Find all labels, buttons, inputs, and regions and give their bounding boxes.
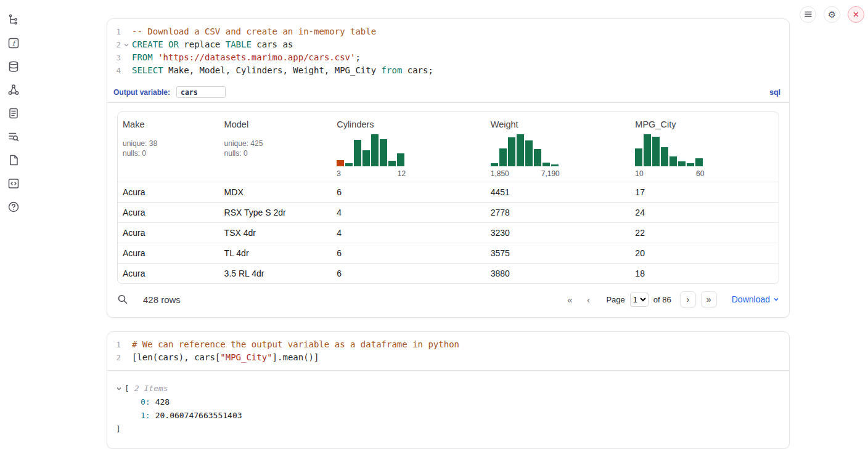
histogram-bar xyxy=(534,149,541,166)
settings-icon: ⚙ xyxy=(828,10,836,19)
sidebar: f xyxy=(0,0,27,449)
search-button[interactable] xyxy=(117,294,128,305)
column-histogram: 1,8507,190 xyxy=(491,134,560,178)
sidebar-button-function-square[interactable]: f xyxy=(7,37,20,51)
table-cell: Acura xyxy=(118,243,219,264)
table-cell: 4 xyxy=(332,203,486,223)
histogram-bar xyxy=(491,163,498,166)
histogram-bar xyxy=(362,150,370,166)
close-button[interactable]: × xyxy=(848,6,864,23)
table-cell: Acura xyxy=(118,203,219,223)
settings-button[interactable]: ⚙ xyxy=(824,6,840,23)
column-name: MPG_City xyxy=(635,119,774,129)
column-header-weight[interactable]: Weight1,8507,190 xyxy=(486,112,631,182)
column-name: Cylinders xyxy=(337,119,481,129)
code-line: [len(cars), cars["MPG_City"].mean()] xyxy=(132,351,319,364)
page-total: of 86 xyxy=(653,295,671,304)
histogram-bar xyxy=(508,137,515,166)
histogram-bar xyxy=(635,148,642,166)
table-row[interactable]: AcuraRSX Type S 2dr4277824 xyxy=(118,203,779,223)
histogram-bar xyxy=(517,134,524,166)
sidebar-button-database[interactable] xyxy=(7,60,20,74)
sidebar-button-notepad[interactable] xyxy=(7,107,20,121)
line-number: 2 xyxy=(111,38,121,51)
code-line: CREATE OR replace TABLE cars as xyxy=(132,38,293,51)
python-output-tree: [2 Items0:4281:20.060747663551403] xyxy=(107,370,789,448)
table-body: AcuraMDX6445117AcuraRSX Type S 2dr427782… xyxy=(118,182,779,284)
table-cell: 3230 xyxy=(486,223,631,243)
column-header-cylinders[interactable]: Cylinders312 xyxy=(332,112,486,182)
table-cell: Acura xyxy=(118,223,219,243)
histogram-min-label: 3 xyxy=(337,169,341,178)
table-row[interactable]: AcuraMDX6445117 xyxy=(118,182,779,203)
sidebar-button-list-search[interactable] xyxy=(7,131,20,144)
page-select[interactable]: 1 xyxy=(630,293,649,307)
table-cell: RSX Type S 2dr xyxy=(219,203,332,223)
help-circle-icon xyxy=(7,201,20,215)
menu-button[interactable] xyxy=(800,6,816,23)
python-code-editor[interactable]: 1# We can reference the output variable … xyxy=(107,332,789,370)
table-cell: TSX 4dr xyxy=(219,223,332,243)
next-page-button[interactable]: › xyxy=(680,291,696,307)
data-table: Makeunique: 38nulls: 0Modelunique: 425nu… xyxy=(118,112,779,283)
chevrons-right-icon: » xyxy=(706,294,711,304)
column-header-make[interactable]: Makeunique: 38nulls: 0 xyxy=(118,112,219,182)
code-line: -- Download a CSV and create an in-memor… xyxy=(132,25,376,38)
table-cell: 6 xyxy=(332,264,486,284)
table-cell: 20 xyxy=(630,243,779,264)
sidebar-button-document[interactable] xyxy=(7,154,20,168)
output-variable-input[interactable] xyxy=(176,86,226,98)
histogram-bar xyxy=(652,137,660,166)
histogram-max-label: 12 xyxy=(398,169,406,178)
histogram-bar xyxy=(644,134,651,166)
table-cell: 6 xyxy=(332,243,486,264)
download-button[interactable]: Download xyxy=(732,294,779,304)
line-number: 1 xyxy=(111,25,121,38)
table-cell: 22 xyxy=(630,223,779,243)
collapse-chevron-icon[interactable] xyxy=(116,384,125,393)
sidebar-button-code-box[interactable] xyxy=(7,177,20,191)
histogram-bar xyxy=(345,163,353,166)
histogram-min-label: 10 xyxy=(635,169,643,178)
code-line: FROM 'https://datasets.marimo.app/cars.c… xyxy=(132,51,361,64)
histogram-bar xyxy=(397,153,404,166)
sidebar-button-file-tree[interactable] xyxy=(7,14,20,27)
column-histogram: 312 xyxy=(337,134,406,178)
sql-code-editor[interactable]: 1-- Download a CSV and create an in-memo… xyxy=(107,19,789,83)
sidebar-button-help-circle[interactable] xyxy=(7,201,20,214)
table-row[interactable]: AcuraTSX 4dr4323022 xyxy=(118,223,779,243)
first-page-button[interactable]: « xyxy=(563,292,576,307)
fold-chevron-icon[interactable] xyxy=(121,38,132,51)
sql-cell: 1-- Download a CSV and create an in-memo… xyxy=(107,18,790,318)
last-page-button[interactable]: » xyxy=(701,291,717,307)
output-variable-label: Output variable: xyxy=(113,88,170,97)
table-row[interactable]: AcuraTL 4dr6357520 xyxy=(118,243,779,264)
tree-entry: 0:428 xyxy=(116,395,780,409)
page-label: Page xyxy=(606,295,624,304)
line-number: 4 xyxy=(111,64,121,77)
tree-entry-key: 1: xyxy=(141,409,150,423)
column-name: Weight xyxy=(491,119,626,129)
chevron-right-icon: › xyxy=(686,294,689,304)
column-stats: unique: 38nulls: 0 xyxy=(123,139,215,158)
histogram-bar xyxy=(380,139,387,166)
histogram-bar xyxy=(354,140,361,166)
sidebar-button-network[interactable] xyxy=(7,84,20,97)
menu-icon xyxy=(804,10,813,20)
table-row[interactable]: Acura3.5 RL 4dr6388018 xyxy=(118,264,779,284)
chevrons-left-icon: « xyxy=(567,294,572,305)
histogram-min-label: 1,850 xyxy=(491,169,509,178)
column-stats: unique: 425nulls: 0 xyxy=(224,139,327,158)
column-header-model[interactable]: Modelunique: 425nulls: 0 xyxy=(219,112,332,182)
row-count: 428 rows xyxy=(143,294,181,305)
column-histogram: 1060 xyxy=(635,134,704,178)
topbar-actions: ⚙× xyxy=(800,6,864,23)
database-icon xyxy=(7,60,20,75)
prev-page-button[interactable]: ‹ xyxy=(581,292,595,307)
python-cell: 1# We can reference the output variable … xyxy=(107,331,790,449)
line-number: 3 xyxy=(111,51,121,64)
histogram-bar xyxy=(687,163,694,166)
histogram-bar xyxy=(551,164,559,166)
column-header-mpg_city[interactable]: MPG_City1060 xyxy=(630,112,779,182)
table-cell: 3880 xyxy=(486,264,631,284)
